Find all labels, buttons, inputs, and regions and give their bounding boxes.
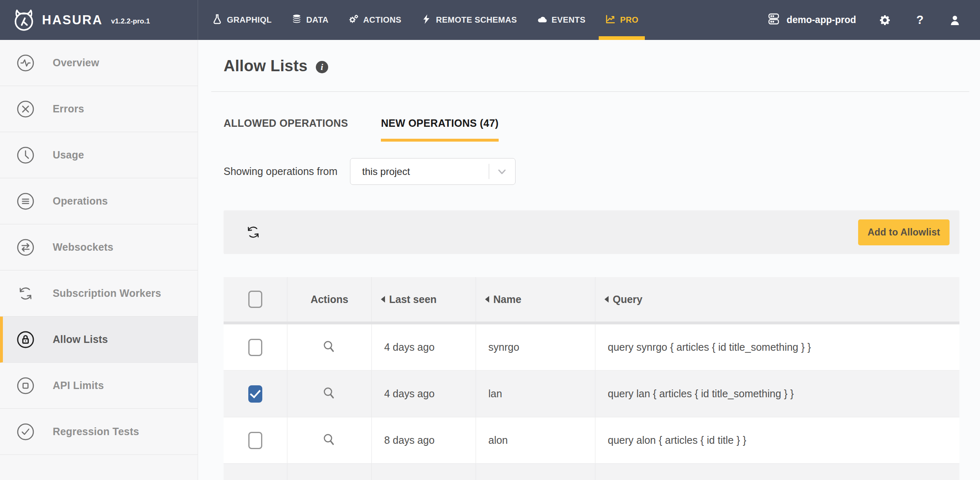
lock-circle-icon (16, 330, 35, 350)
square-circle-icon (16, 376, 35, 396)
row-checkbox[interactable] (248, 339, 262, 356)
inspect-icon[interactable] (321, 385, 338, 403)
last-seen-cell: 4 days ago (372, 371, 476, 417)
name-cell: lan (476, 371, 595, 417)
last-seen-cell (372, 464, 476, 480)
row-actions-cell (287, 417, 372, 464)
tab-bar: ALLOWED OPERATIONS NEW OPERATIONS (47) (224, 117, 959, 142)
error-circle-icon (16, 99, 35, 119)
dropdown-separator (489, 164, 489, 179)
version-badge: v1.2.2-pro.1 (111, 17, 150, 26)
bolt-icon (421, 14, 432, 26)
database-icon (292, 14, 302, 26)
nav-item-remote-schemas[interactable]: REMOTE SCHEMAS (421, 0, 517, 40)
name-cell: synrgo (476, 324, 595, 371)
row-actions-cell (287, 371, 372, 417)
info-icon[interactable]: i (316, 61, 328, 73)
add-to-allowlist-button[interactable]: Add to Allowlist (858, 219, 950, 245)
tab-allowed-operations[interactable]: ALLOWED OPERATIONS (224, 117, 348, 142)
inspect-icon[interactable] (321, 432, 338, 449)
pulse-circle-icon (16, 53, 35, 73)
sidebar-item-overview[interactable]: Overview (0, 40, 198, 86)
main-nav: GRAPHIQL DATA (212, 0, 638, 40)
select-all-checkbox[interactable] (248, 291, 262, 308)
user-icon[interactable] (949, 14, 961, 26)
sidebar-item-operations[interactable]: Operations (0, 178, 198, 224)
main-content: Allow Lists i ALLOWED OPERATIONS NEW OPE… (198, 40, 980, 480)
flask-icon (212, 14, 222, 26)
sidebar-item-allow-lists[interactable]: Allow Lists (0, 317, 198, 363)
brand-section[interactable]: HASURA v1.2.2-pro.1 (0, 0, 198, 40)
name-cell (476, 464, 595, 480)
row-select-cell (224, 464, 287, 480)
line-chart-icon (605, 14, 616, 26)
last-seen-cell: 8 days ago (372, 417, 476, 464)
column-header-name[interactable]: Name (476, 277, 595, 322)
help-icon[interactable]: ? (914, 14, 926, 26)
row-actions-cell (287, 464, 372, 480)
sidebar-item-usage[interactable]: Usage (0, 132, 198, 178)
name-cell: alon (476, 417, 595, 464)
cycle-icon (16, 284, 35, 303)
navbar-right: demo-app-prod ? (767, 0, 980, 40)
arrows-circle-icon (16, 238, 35, 257)
sidebar-item-regression-tests[interactable]: Regression Tests (0, 409, 198, 455)
header-divider (224, 322, 959, 324)
gears-icon (348, 14, 359, 26)
sort-arrow-icon (381, 296, 385, 303)
filter-label: Showing operations from (224, 165, 338, 177)
row-select-cell (224, 324, 287, 371)
settings-gear-icon[interactable] (879, 14, 891, 26)
sort-arrow-icon (485, 296, 489, 303)
row-select-cell (224, 371, 287, 417)
refresh-icon[interactable] (244, 223, 262, 241)
page-title: Allow Lists (224, 57, 308, 75)
query-cell: query synrgo { articles { id title_somet… (595, 324, 959, 371)
dropdown-selected-value: this project (362, 166, 410, 177)
query-cell: query alon { articles { id title } } (595, 417, 959, 464)
select-all-header-cell (224, 277, 287, 322)
last-seen-cell: 4 days ago (372, 324, 476, 371)
nav-item-events[interactable]: EVENTS (537, 0, 586, 40)
project-name: demo-app-prod (786, 14, 856, 26)
sidebar-item-errors[interactable]: Errors (0, 86, 198, 132)
sidebar-item-api-limits[interactable]: API Limits (0, 363, 198, 409)
sidebar: Overview Errors Usage (0, 40, 198, 480)
inspect-icon[interactable] (321, 339, 338, 356)
column-header-actions[interactable]: Actions (287, 277, 372, 322)
column-header-query[interactable]: Query (595, 277, 959, 322)
row-checkbox[interactable] (248, 385, 262, 403)
query-cell (595, 464, 959, 480)
hasura-logo-icon (12, 9, 35, 32)
nav-item-actions[interactable]: ACTIONS (348, 0, 401, 40)
project-selector[interactable]: demo-app-prod (767, 12, 856, 28)
sidebar-item-websockets[interactable]: Websockets (0, 224, 198, 270)
clock-circle-icon (16, 145, 35, 165)
chevron-down-icon (496, 165, 508, 178)
nav-item-graphiql[interactable]: GRAPHIQL (212, 0, 272, 40)
nav-item-pro[interactable]: PRO (605, 0, 639, 40)
tab-new-operations[interactable]: NEW OPERATIONS (47) (381, 117, 499, 142)
sort-arrow-icon (604, 296, 609, 303)
server-icon (767, 12, 780, 28)
sidebar-item-subscription-workers[interactable]: Subscription Workers (0, 270, 198, 317)
query-cell: query lan { articles { id title_somethin… (595, 371, 959, 417)
check-circle-icon (16, 422, 35, 442)
row-actions-cell (287, 324, 372, 371)
operations-table: Actions Last seen Name Query (224, 277, 959, 480)
title-divider (211, 91, 969, 92)
row-checkbox[interactable] (248, 432, 262, 449)
list-circle-icon (16, 191, 35, 211)
nav-item-data[interactable]: DATA (292, 0, 329, 40)
project-filter-dropdown[interactable]: this project (350, 158, 516, 185)
top-navbar: HASURA v1.2.2-pro.1 GRAPHIQL DATA (0, 0, 980, 40)
table-toolbar: Add to Allowlist (224, 210, 959, 254)
column-header-last-seen[interactable]: Last seen (372, 277, 476, 322)
row-select-cell (224, 417, 287, 464)
cloud-icon (537, 14, 547, 26)
brand-name: HASURA (42, 13, 103, 28)
